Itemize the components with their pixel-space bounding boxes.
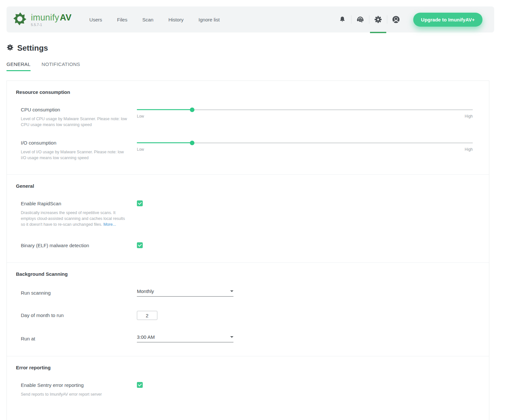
run-at-row: Run at 3:00 AM <box>21 334 473 342</box>
settings-tabs: GENERAL NOTIFICATIONS <box>7 61 515 71</box>
sentry-label: Enable Sentry error reporting <box>21 382 137 388</box>
support-headset-icon[interactable] <box>354 6 366 32</box>
slider-high-label: High <box>465 114 473 119</box>
upgrade-button[interactable]: Upgrade to ImunifyAV+ <box>413 13 482 27</box>
navbar-icon-group <box>334 6 405 32</box>
nav-item-users[interactable]: Users <box>82 17 110 22</box>
cpu-consumption-label: CPU consumption <box>21 107 137 113</box>
cpu-slider-track[interactable] <box>137 108 473 112</box>
tab-notifications[interactable]: NOTIFICATIONS <box>42 61 80 71</box>
section-general: General Enable RapidScan Drastically inc… <box>7 174 489 262</box>
version-label: 5.5.7-1 <box>31 23 72 27</box>
section-heading: General <box>16 183 473 189</box>
rapidscan-checkbox[interactable] <box>137 200 143 206</box>
sentry-description: Send reports to ImunifyAV error report s… <box>21 391 128 397</box>
day-of-month-row: Day of month to run <box>21 311 473 320</box>
io-slider-handle[interactable] <box>190 141 194 145</box>
chevron-down-icon <box>230 290 233 292</box>
slider-high-label: High <box>465 147 473 152</box>
slider-track-fill <box>137 109 192 110</box>
slider-track-fill <box>137 142 192 143</box>
more-link[interactable]: More... <box>103 222 116 227</box>
nav-item-ignore-list[interactable]: Ignore list <box>191 17 227 22</box>
chevron-down-icon <box>230 336 233 338</box>
top-navbar: imunifyAV 5.5.7-1 Users Files Scan Histo… <box>7 6 494 32</box>
nav-item-scan[interactable]: Scan <box>135 17 161 22</box>
user-avatar-icon[interactable] <box>390 6 402 32</box>
slider-low-label: Low <box>137 114 144 119</box>
section-heading: Resource consumption <box>16 89 473 95</box>
io-consumption-row: I/O consumption Level of I/O usage by Ma… <box>21 140 473 161</box>
sentry-checkbox[interactable] <box>137 382 143 388</box>
elf-detection-checkbox[interactable] <box>137 242 143 248</box>
run-scanning-value: Monthly <box>137 288 154 294</box>
logo-wordmark: imunifyAV <box>31 13 72 23</box>
imunifyav-logo[interactable]: imunifyAV 5.5.7-1 <box>12 11 72 28</box>
page-title: Settings <box>7 44 515 53</box>
page-title-text: Settings <box>17 44 48 53</box>
section-heading: Error reporting <box>16 365 473 370</box>
run-at-value: 3:00 AM <box>137 334 155 340</box>
settings-gear-icon[interactable] <box>372 6 384 32</box>
rapidscan-label: Enable RapidScan <box>21 200 137 207</box>
section-error-reporting: Error reporting Enable Sentry error repo… <box>7 356 489 420</box>
slider-minmax-labels: Low High <box>137 114 473 119</box>
run-at-label: Run at <box>21 336 137 342</box>
elf-detection-row: Binary (ELF) malware detection <box>21 242 473 249</box>
cpu-consumption-description: Level of CPU usage by Malware Scanner. P… <box>21 116 128 128</box>
io-consumption-description: Level of I/O usage by Malware Scanner. P… <box>21 149 128 161</box>
rapidscan-description: Drastically increases the speed of repet… <box>21 210 128 227</box>
run-scanning-select[interactable]: Monthly <box>137 288 233 297</box>
elf-detection-label: Binary (ELF) malware detection <box>21 242 137 249</box>
day-of-month-label: Day of month to run <box>21 312 137 319</box>
imunify-pinwheel-icon <box>12 11 27 28</box>
run-at-select[interactable]: 3:00 AM <box>137 334 233 342</box>
section-resource-consumption: Resource consumption CPU consumption Lev… <box>7 81 489 174</box>
section-background-scanning: Background Scanning Run scanning Monthly… <box>7 262 489 356</box>
nav-item-history[interactable]: History <box>161 17 191 22</box>
run-scanning-row: Run scanning Monthly <box>21 288 473 297</box>
cpu-slider-handle[interactable] <box>190 108 194 112</box>
io-consumption-slider: Low High <box>137 140 473 161</box>
notifications-bell-icon[interactable] <box>336 6 349 32</box>
icon-divider <box>387 15 387 24</box>
section-heading: Background Scanning <box>16 271 473 277</box>
icon-divider <box>369 15 369 24</box>
settings-card: Resource consumption CPU consumption Lev… <box>7 81 489 420</box>
sentry-row: Enable Sentry error reporting Send repor… <box>21 382 473 397</box>
main-nav: Users Files Scan History Ignore list <box>82 17 227 22</box>
icon-divider <box>351 15 351 24</box>
slider-minmax-labels: Low High <box>137 147 473 152</box>
slider-low-label: Low <box>137 147 144 152</box>
cpu-consumption-slider: Low High <box>137 107 473 128</box>
io-slider-track[interactable] <box>137 141 473 145</box>
settings-gear-title-icon <box>7 44 14 52</box>
cpu-consumption-row: CPU consumption Level of CPU usage by Ma… <box>21 107 473 128</box>
run-scanning-label: Run scanning <box>21 290 137 296</box>
day-of-month-input[interactable] <box>137 311 157 320</box>
tab-general[interactable]: GENERAL <box>7 61 31 71</box>
rapidscan-row: Enable RapidScan Drastically increases t… <box>21 200 473 227</box>
nav-item-files[interactable]: Files <box>110 17 135 22</box>
io-consumption-label: I/O consumption <box>21 140 137 146</box>
